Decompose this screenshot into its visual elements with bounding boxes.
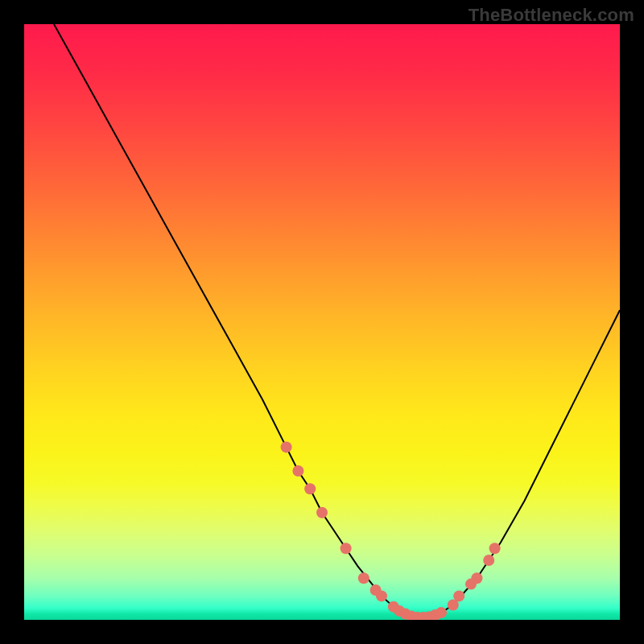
chart-frame: TheBottleneck.com <box>0 0 644 644</box>
marker-dot <box>304 483 316 494</box>
marker-dot <box>453 590 464 601</box>
bottleneck-curve <box>54 24 620 617</box>
marker-dot <box>376 590 387 601</box>
marker-group <box>281 441 501 620</box>
marker-dot <box>358 572 369 584</box>
marker-dot <box>281 441 292 452</box>
marker-dot <box>483 555 494 566</box>
marker-dot <box>436 607 447 618</box>
marker-dot <box>316 507 328 518</box>
curve-layer <box>24 24 620 620</box>
marker-dot <box>471 572 482 584</box>
marker-dot <box>341 543 352 554</box>
watermark-text: TheBottleneck.com <box>469 5 634 26</box>
marker-dot <box>489 543 501 554</box>
plot-area <box>24 24 620 620</box>
marker-dot <box>292 465 303 477</box>
